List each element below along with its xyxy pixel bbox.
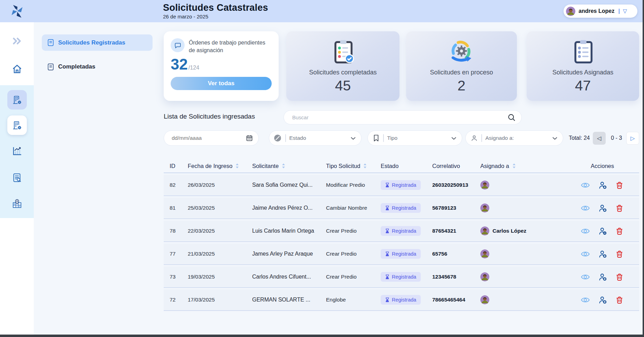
status-text: Registrada <box>392 228 416 234</box>
sidebar-item-map[interactable] <box>0 199 34 210</box>
row-fecha: 17/03/2025 <box>188 297 252 303</box>
row-correlativo: 78665465464 <box>432 297 480 303</box>
delete-button[interactable] <box>615 181 623 190</box>
delete-button[interactable] <box>615 204 623 212</box>
stat-card-completadas: Solicitudes completadas 45 <box>286 31 399 101</box>
row-tipo: Crear Predio <box>326 228 381 234</box>
table-row: 78 22/03/2025 Luis Carlos Marin Ortega C… <box>164 220 639 242</box>
view-button[interactable] <box>581 227 590 235</box>
estado-filter[interactable]: Estado <box>269 130 362 146</box>
sidebar-item-solicitudes-active[interactable] <box>0 90 34 110</box>
pending-total: /124 <box>188 65 199 71</box>
assign-user-button[interactable] <box>598 296 607 304</box>
delete-button[interactable] <box>615 227 623 235</box>
search-input[interactable] <box>292 114 507 120</box>
hourglass-icon <box>385 183 389 187</box>
row-solicitante: James Arley Paz Araque <box>252 251 326 257</box>
view-button[interactable] <box>581 273 590 281</box>
table-row: 72 17/03/2025 GERMAN SOLARTE ... Englobe… <box>164 289 639 311</box>
nav-item-completadas[interactable]: Completadas <box>47 60 95 74</box>
chevron-down-icon <box>351 135 356 141</box>
nav-label: Completadas <box>58 63 95 70</box>
status-text: Registrada <box>392 251 416 257</box>
right-triangle-icon: ▷ <box>630 135 635 142</box>
user-avatar <box>566 7 575 16</box>
assign-user-button[interactable] <box>598 181 607 190</box>
calendar-icon[interactable] <box>246 135 253 142</box>
ver-todas-button[interactable]: Ver todas <box>171 77 272 90</box>
row-id: 72 <box>170 297 188 303</box>
chevron-down-icon[interactable]: ▽ <box>623 8 627 14</box>
col-id: ID <box>170 163 188 169</box>
col-fecha: Fecha de Ingreso <box>188 163 252 169</box>
bookmark-icon <box>373 134 380 142</box>
assign-user-button[interactable] <box>598 204 607 212</box>
sidebar-item-home[interactable] <box>0 64 34 76</box>
view-button[interactable] <box>581 181 590 190</box>
chevron-down-icon <box>552 135 557 141</box>
assignee-avatar <box>480 295 489 304</box>
table-row: 77 21/03/2025 James Arley Paz Araque Cre… <box>164 243 639 265</box>
page-date: 26 de marzo - 2025 <box>163 14 268 19</box>
col-acciones: Acciones <box>574 163 639 169</box>
sidebar-item-document-search[interactable] <box>0 172 34 184</box>
col-tipo: Tipo Solicitud <box>326 163 381 169</box>
row-correlativo: 260320250913 <box>432 182 480 188</box>
sort-icon[interactable] <box>235 163 239 169</box>
sort-icon[interactable] <box>363 163 367 169</box>
hourglass-icon <box>385 251 389 256</box>
row-tipo: Crear Predio <box>326 251 381 257</box>
pending-count: 32 <box>171 57 188 72</box>
view-button[interactable] <box>581 296 590 304</box>
prev-page-button[interactable]: ◁ <box>593 132 606 145</box>
sort-icon[interactable] <box>512 163 516 169</box>
assign-user-button[interactable] <box>598 273 607 281</box>
row-solicitante: Jaime Andres Pérez O... <box>252 205 326 211</box>
sidebar-collapse-toggle[interactable] <box>0 37 34 47</box>
delete-button[interactable] <box>615 250 623 258</box>
assignee-avatar <box>480 203 489 212</box>
status-text: Registrada <box>392 274 416 280</box>
row-correlativo: 65756 <box>432 251 480 257</box>
tipo-filter[interactable]: Tipo <box>367 130 462 146</box>
status-text: Registrada <box>392 297 416 303</box>
sidebar-item-solicitudes-alt[interactable] <box>0 115 34 135</box>
window-right-edge <box>643 0 644 337</box>
row-correlativo: 56789123 <box>432 205 480 211</box>
next-page-button[interactable]: ▷ <box>626 132 639 145</box>
status-text: Registrada <box>392 182 416 188</box>
asignado-filter[interactable]: Asignado a: <box>465 130 563 146</box>
status-badge: Registrada <box>381 203 421 213</box>
delete-button[interactable] <box>615 296 623 304</box>
user-menu[interactable]: andres Lopez | ▽ <box>564 5 637 18</box>
sidebar-item-reports[interactable] <box>0 146 34 158</box>
requests-table: ID Fecha de Ingreso Solicitante Tipo Sol… <box>164 159 639 311</box>
table-row: 73 19/03/2025 Carlos Andres Cifuent... C… <box>164 266 639 288</box>
process-cycle-icon <box>448 38 475 66</box>
home-icon <box>12 64 22 76</box>
left-triangle-icon: ◁ <box>597 135 601 142</box>
assign-user-button[interactable] <box>598 250 607 258</box>
nav-item-solicitudes-registradas[interactable]: Solicitudes Registradas <box>42 34 153 51</box>
row-fecha: 19/03/2025 <box>188 274 252 280</box>
assign-user-button[interactable] <box>598 227 607 235</box>
view-button[interactable] <box>581 250 590 258</box>
search-icon[interactable] <box>507 113 516 122</box>
row-id: 82 <box>170 182 188 188</box>
divider <box>383 134 384 142</box>
chart-icon <box>12 146 22 158</box>
col-solicitante: Solicitante <box>252 163 326 169</box>
sort-icon[interactable] <box>282 163 285 169</box>
status-dial-icon <box>273 134 282 142</box>
assignee-avatar <box>480 180 489 190</box>
view-button[interactable] <box>581 204 590 212</box>
stat-card-en-proceso: Solicitudes en proceso 2 <box>406 31 517 101</box>
date-input[interactable] <box>172 135 246 141</box>
col-correlativo: Correlativo <box>432 163 480 169</box>
table-body: 82 26/03/2025 Sara Sofia Gomez Qui... Mo… <box>164 175 639 311</box>
pending-orders-card: Órdenes de trabajo pendientes de asignac… <box>164 31 279 101</box>
row-fecha: 25/03/2025 <box>188 205 252 211</box>
row-tipo: Cambiar Nombre <box>326 205 381 211</box>
delete-button[interactable] <box>615 273 623 281</box>
stat-card-asignadas: Solicitudes Asignadas 47 <box>527 31 639 101</box>
